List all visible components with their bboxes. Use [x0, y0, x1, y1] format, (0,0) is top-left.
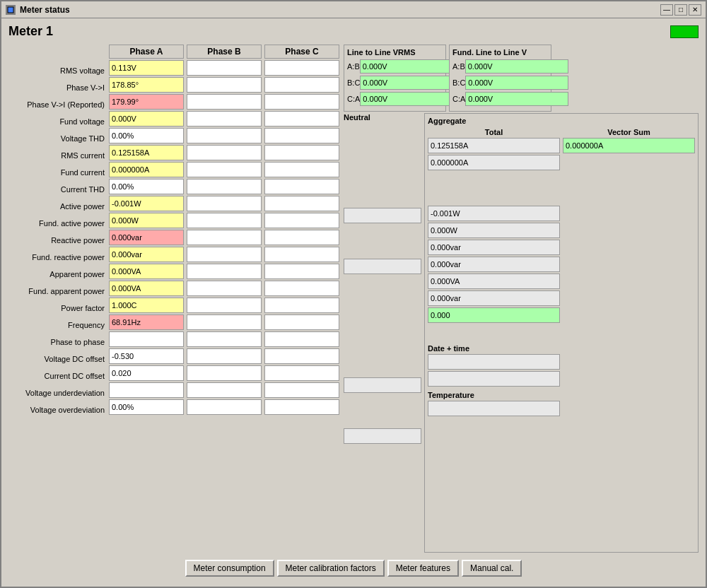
neutral-active-power[interactable]: [344, 259, 421, 274]
phase-a-rms-current[interactable]: [109, 145, 184, 160]
phase-c-apparent-power[interactable]: [264, 264, 339, 279]
temperature-val[interactable]: [428, 401, 560, 416]
phase-b-voltage-thd[interactable]: [187, 128, 262, 143]
agg-total-reactive-power[interactable]: [428, 240, 560, 255]
phase-c-fund-active-power[interactable]: [264, 213, 339, 228]
neutral-power-factor[interactable]: [344, 377, 421, 393]
phase-b-current-dc-offset[interactable]: [187, 365, 262, 381]
phase-c-voltage-overdeviation[interactable]: [264, 399, 339, 415]
phase-b-rms-voltage[interactable]: [187, 60, 262, 76]
phase-a-fund-current[interactable]: [109, 162, 184, 177]
phase-c-fund-apparent-power[interactable]: [264, 281, 339, 296]
phase-c-voltage-dc-offset[interactable]: [264, 348, 339, 364]
phase-a-fund-voltage[interactable]: [109, 111, 184, 127]
meter-calibration-button[interactable]: Meter calibration factors: [277, 560, 385, 577]
phase-b-fund-current[interactable]: [187, 162, 262, 177]
meter-consumption-button[interactable]: Meter consumption: [185, 560, 274, 577]
close-button[interactable]: ✕: [689, 4, 701, 16]
meter-features-button[interactable]: Meter features: [387, 560, 459, 577]
phase-a-current-dc-offset[interactable]: [109, 365, 184, 381]
phase-c-active-power[interactable]: [264, 196, 339, 211]
fund-ltl-ab-row: A:B: [452, 59, 548, 74]
ltl-ca-input[interactable]: [360, 92, 463, 106]
phase-a-active-power[interactable]: [109, 196, 184, 211]
agg-total-power-factor[interactable]: [428, 307, 560, 323]
phase-c-fund-reactive-power[interactable]: [264, 247, 339, 262]
phase-c-rms-current[interactable]: [264, 145, 339, 160]
fund-ltl-ab-input[interactable]: [465, 59, 568, 74]
phase-c-phase-vi-reported[interactable]: [264, 94, 339, 110]
phase-b-fund-active-power[interactable]: [187, 213, 262, 228]
phase-b-power-factor[interactable]: [187, 298, 262, 313]
phase-b-active-power[interactable]: [187, 196, 262, 211]
agg-vector-spacer3: [563, 189, 695, 206]
phase-b-phase-vi[interactable]: [187, 77, 262, 93]
phase-a-reactive-power[interactable]: [109, 230, 184, 245]
phase-a-fund-apparent-power[interactable]: [109, 281, 184, 296]
phase-a-frequency[interactable]: [109, 314, 184, 330]
maximize-button[interactable]: □: [674, 4, 687, 16]
phase-a-voltage-dc-offset[interactable]: [109, 348, 184, 364]
window-icon: [6, 5, 16, 15]
neutral-current-dc-offset[interactable]: [344, 428, 421, 444]
phase-a-fund-active-power[interactable]: [109, 213, 184, 228]
phase-c-fund-current[interactable]: [264, 162, 339, 177]
agg-total-fund-reactive-power[interactable]: [428, 257, 560, 272]
phase-b-phase-to-phase[interactable]: [187, 331, 262, 347]
phase-c-current-thd[interactable]: [264, 179, 339, 194]
phase-b-fund-reactive-power[interactable]: [187, 247, 262, 262]
phase-a-voltage-underdeviation[interactable]: [109, 382, 184, 398]
neutral-spacer-10: [344, 293, 421, 310]
phase-b-fund-voltage[interactable]: [187, 111, 262, 127]
ltl-ab-input[interactable]: [360, 59, 463, 74]
phase-b-rms-current[interactable]: [187, 145, 262, 160]
phase-c-power-factor[interactable]: [264, 298, 339, 313]
phase-a-phase-to-phase[interactable]: [109, 331, 184, 347]
phase-a-voltage-thd[interactable]: [109, 128, 184, 143]
phase-a-power-factor[interactable]: [109, 298, 184, 313]
phase-c-phase-to-phase[interactable]: [264, 331, 339, 347]
phase-b-reactive-power[interactable]: [187, 230, 262, 245]
phase-a-fund-reactive-power[interactable]: [109, 247, 184, 262]
datetime-section: Date + time: [428, 344, 560, 388]
phase-b-fund-apparent-power[interactable]: [187, 281, 262, 296]
manual-cal-button[interactable]: Manual cal.: [462, 560, 522, 577]
agg-total-apparent-power[interactable]: [428, 274, 560, 289]
phase-c-voltage-underdeviation[interactable]: [264, 382, 339, 398]
phase-c-phase-vi[interactable]: [264, 77, 339, 93]
agg-total-rms-current[interactable]: [428, 138, 560, 153]
agg-total-fund-apparent-power[interactable]: [428, 290, 560, 306]
agg-total-fund-active-power[interactable]: [428, 223, 560, 238]
phase-c-fund-voltage[interactable]: [264, 111, 339, 127]
phase-b-voltage-overdeviation[interactable]: [187, 399, 262, 415]
phase-a-apparent-power[interactable]: [109, 264, 184, 279]
phase-a-rms-voltage[interactable]: [109, 60, 184, 76]
phase-b-header: Phase B: [187, 45, 262, 59]
agg-total-active-power[interactable]: [428, 206, 560, 221]
phase-c-rms-voltage[interactable]: [264, 60, 339, 76]
phase-a-voltage-overdeviation[interactable]: [109, 399, 184, 415]
phase-b-apparent-power[interactable]: [187, 264, 262, 279]
phase-c-frequency[interactable]: [264, 314, 339, 330]
ltl-bc-input[interactable]: [360, 76, 463, 90]
agg-total-fund-current[interactable]: [428, 155, 560, 170]
phase-a-current-thd[interactable]: [109, 179, 184, 194]
phase-c-current-dc-offset[interactable]: [264, 365, 339, 381]
phase-a-phase-vi[interactable]: [109, 77, 184, 93]
phase-b-current-thd[interactable]: [187, 179, 262, 194]
phase-b-phase-vi-reported[interactable]: [187, 94, 262, 110]
phase-a-phase-vi-reported[interactable]: [109, 94, 184, 110]
phase-c-voltage-thd[interactable]: [264, 128, 339, 143]
neutral-rms-current[interactable]: [344, 208, 421, 223]
minimize-button[interactable]: —: [660, 4, 673, 16]
phase-b-voltage-dc-offset[interactable]: [187, 348, 262, 364]
fund-ltl-ca-input[interactable]: [465, 92, 568, 106]
phase-c-header: Phase C: [264, 45, 339, 59]
datetime-val2[interactable]: [428, 371, 560, 387]
fund-ltl-bc-input[interactable]: [465, 76, 568, 90]
phase-b-frequency[interactable]: [187, 314, 262, 330]
datetime-val1[interactable]: [428, 354, 560, 370]
agg-vector-rms-current[interactable]: [563, 138, 695, 153]
phase-c-reactive-power[interactable]: [264, 230, 339, 245]
phase-b-voltage-underdeviation[interactable]: [187, 382, 262, 398]
